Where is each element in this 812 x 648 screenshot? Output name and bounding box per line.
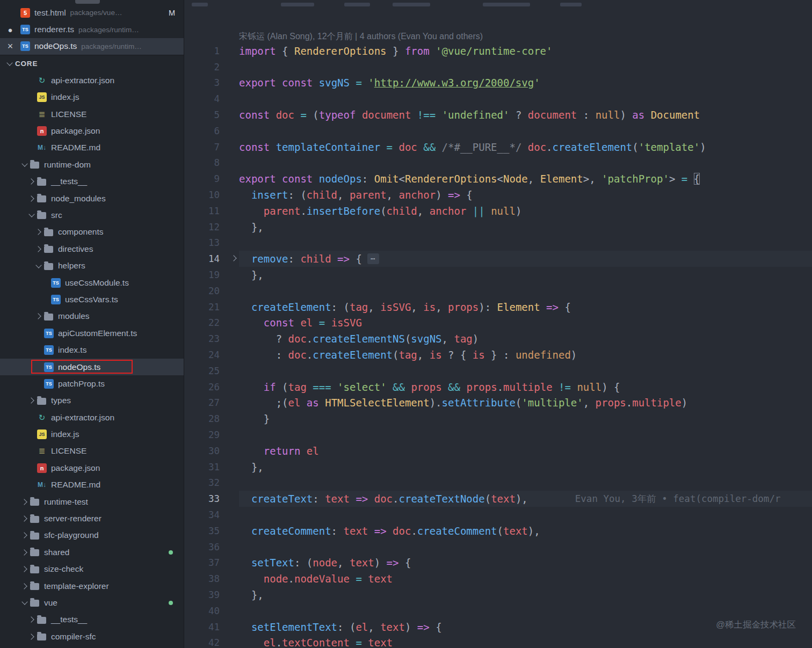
code-line-13[interactable]: 13: [184, 235, 812, 251]
open-editor-renderer.ts[interactable]: ●TSrenderer.tspackages/runtim…: [0, 21, 184, 38]
tree-item-patchProp.ts[interactable]: TSpatchProp.ts: [0, 375, 184, 392]
code-line-text[interactable]: [239, 123, 812, 139]
code-line-32[interactable]: 32: [184, 475, 812, 491]
tree-item-README.md[interactable]: M↓README.md: [0, 477, 184, 493]
chevron-right-icon[interactable]: [33, 314, 44, 318]
line-number[interactable]: 31: [184, 459, 239, 475]
tree-item-src[interactable]: src: [0, 207, 184, 223]
code-line-text[interactable]: return el: [239, 443, 812, 459]
code-line-text[interactable]: node.nodeValue = text: [239, 571, 812, 587]
code-line-29[interactable]: 29: [184, 427, 812, 443]
code-line-text[interactable]: [239, 235, 812, 251]
tree-item-directives[interactable]: directives: [0, 241, 184, 257]
line-number[interactable]: 8: [184, 155, 239, 171]
code-line-text[interactable]: },: [239, 459, 812, 475]
tree-item-index.ts[interactable]: TSindex.ts: [0, 341, 184, 358]
code-line-23[interactable]: 23 ? doc.createElementNS(svgNS, tag): [184, 331, 812, 347]
code-line-text[interactable]: el.textContent = text: [239, 635, 812, 648]
code-line-7[interactable]: 7const templateContainer = doc && /*#__P…: [184, 139, 812, 155]
code-line-36[interactable]: 36: [184, 539, 812, 555]
code-line-2[interactable]: 2: [184, 59, 812, 75]
tree-item-LICENSE[interactable]: ≣LICENSE: [0, 443, 184, 460]
code-line-42[interactable]: 42 el.textContent = text: [184, 635, 812, 648]
tree-item-__tests__[interactable]: __tests__: [0, 611, 184, 628]
code-line-text[interactable]: },: [239, 587, 812, 603]
code-line-text[interactable]: if (tag === 'select' && props && props.m…: [239, 379, 812, 395]
code-line-text[interactable]: [239, 59, 812, 75]
chevron-right-icon[interactable]: [19, 584, 30, 588]
line-number[interactable]: 20: [184, 283, 239, 299]
tree-item-index.js[interactable]: JSindex.js: [0, 89, 184, 106]
code-line-text[interactable]: [239, 155, 812, 171]
code-line-27[interactable]: 27 ;(el as HTMLSelectElement).setAttribu…: [184, 395, 812, 411]
line-number[interactable]: 4: [184, 91, 239, 107]
chevron-right-icon[interactable]: [26, 635, 37, 639]
line-number[interactable]: 42: [184, 635, 239, 648]
line-number[interactable]: 1: [184, 43, 239, 59]
tree-item-__tests__[interactable]: __tests__: [0, 173, 184, 190]
code-line-35[interactable]: 35 createComment: text => doc.createComm…: [184, 523, 812, 539]
tree-item-shared[interactable]: shared: [0, 544, 184, 560]
tree-item-nodeOps.ts[interactable]: TSnodeOps.ts: [0, 359, 184, 375]
chevron-down-icon[interactable]: [26, 214, 37, 216]
section-header-core[interactable]: CORE: [0, 55, 184, 72]
tree-item-package.json[interactable]: npackage.json: [0, 460, 184, 476]
tree-item-apiCustomElement.ts[interactable]: TSapiCustomElement.ts: [0, 325, 184, 341]
line-number[interactable]: 13: [184, 235, 239, 251]
line-number[interactable]: 40: [184, 603, 239, 619]
line-number[interactable]: 7: [184, 139, 239, 155]
code-line-text[interactable]: [239, 603, 812, 619]
tree-item-modules[interactable]: modules: [0, 308, 184, 325]
line-number[interactable]: 23: [184, 331, 239, 347]
scrollbar-thumb[interactable]: [75, 0, 100, 4]
code-line-text[interactable]: createText: text => doc.createTextNode(t…: [239, 491, 812, 507]
tree-item-components[interactable]: components: [0, 224, 184, 241]
chevron-right-icon[interactable]: [26, 196, 37, 201]
code-line-40[interactable]: 40: [184, 603, 812, 619]
code-line-text[interactable]: }: [239, 411, 812, 427]
line-number[interactable]: 24: [184, 347, 239, 363]
line-number[interactable]: 41: [184, 619, 239, 635]
code-line-19[interactable]: 19 },: [184, 267, 812, 283]
code-line-10[interactable]: 10 insert: (child, parent, anchor) => {: [184, 187, 812, 203]
line-number[interactable]: 34: [184, 507, 239, 523]
open-editor-nodeOps.ts[interactable]: ×TSnodeOps.tspackages/runtim…: [0, 38, 184, 55]
code-area[interactable]: 1import { RendererOptions } from '@vue/r…: [184, 43, 812, 648]
tree-item-package.json[interactable]: npackage.json: [0, 122, 184, 139]
chevron-right-icon[interactable]: [19, 550, 30, 555]
code-line-11[interactable]: 11 parent.insertBefore(child, anchor || …: [184, 203, 812, 219]
chevron-right-icon[interactable]: [19, 567, 30, 571]
line-number[interactable]: 37: [184, 555, 239, 571]
code-line-39[interactable]: 39 },: [184, 587, 812, 603]
line-number[interactable]: 22: [184, 315, 239, 331]
code-line-31[interactable]: 31 },: [184, 459, 812, 475]
line-number[interactable]: 21: [184, 299, 239, 315]
tree-item-README.md[interactable]: M↓README.md: [0, 140, 184, 156]
line-number[interactable]: 10: [184, 187, 239, 203]
code-line-25[interactable]: 25: [184, 363, 812, 379]
line-number[interactable]: 9: [184, 171, 239, 187]
chevron-right-icon[interactable]: [19, 533, 30, 537]
open-editor-test.html[interactable]: 5test.htmlpackages/vue…M: [0, 4, 184, 21]
line-number[interactable]: 12: [184, 219, 239, 235]
code-line-38[interactable]: 38 node.nodeValue = text: [184, 571, 812, 587]
chevron-right-icon[interactable]: [19, 500, 30, 504]
line-number[interactable]: 33: [184, 491, 239, 507]
code-line-text[interactable]: [239, 91, 812, 107]
code-line-text[interactable]: [239, 539, 812, 555]
line-number[interactable]: 30: [184, 443, 239, 459]
code-line-3[interactable]: 3export const svgNS = 'http://www.w3.org…: [184, 75, 812, 91]
line-number[interactable]: 39: [184, 587, 239, 603]
tree-item-useCssVars.ts[interactable]: TSuseCssVars.ts: [0, 291, 184, 308]
tree-item-types[interactable]: types: [0, 392, 184, 409]
line-number[interactable]: 32: [184, 475, 239, 491]
code-line-28[interactable]: 28 }: [184, 411, 812, 427]
code-line-12[interactable]: 12 },: [184, 219, 812, 235]
code-line-4[interactable]: 4: [184, 91, 812, 107]
tree-item-index.js[interactable]: JSindex.js: [0, 426, 184, 442]
chevron-right-icon[interactable]: [26, 617, 37, 622]
chevron-right-icon[interactable]: [26, 179, 37, 184]
tree-item-template-explorer[interactable]: template-explorer: [0, 578, 184, 594]
line-number[interactable]: 27: [184, 395, 239, 411]
code-line-14[interactable]: 14 remove: child => {⋯: [184, 251, 812, 267]
